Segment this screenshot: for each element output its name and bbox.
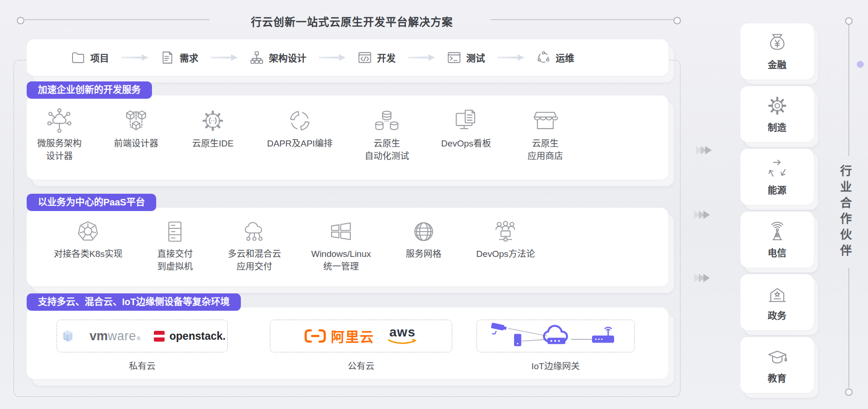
item-label: 服务网格: [406, 248, 441, 261]
server-icon: [59, 327, 77, 345]
partner-label: 教育: [768, 371, 787, 385]
item-label: 直接交付到虚拟机: [157, 248, 193, 273]
item-multicloud-delivery: 多云和混合云应用交付: [228, 219, 281, 273]
radio-tower-icon: [767, 220, 788, 242]
iot-router-icon: [592, 327, 614, 343]
flow-arrow: [497, 54, 524, 61]
workflow-card: 项目 需求 架构设计 开发 测试 运维: [27, 39, 668, 76]
item-cloud-native-ide: 云原生IDE: [190, 108, 235, 150]
workflow-step-develop: 开发: [358, 51, 396, 65]
workflow-step-test: 测试: [447, 51, 485, 65]
item-app-store: 云原生应用商店: [523, 108, 568, 162]
item-win-linux: Windows/Linux统一管理: [311, 219, 371, 273]
storefront-icon: [533, 108, 558, 133]
monitor-doc-icon: [454, 108, 479, 133]
item-label: 云原生IDE: [192, 138, 234, 150]
section-dev-services: 加速企业创新的开发服务 微服务架构设计器 前端设计器 云原生IDE DAPR及A…: [27, 95, 668, 180]
item-service-mesh: 服务网格: [401, 219, 446, 261]
document-icon: [160, 51, 174, 65]
flow-chevrons: [698, 146, 712, 154]
item-devops-methodology: DevOps方法论: [476, 219, 535, 261]
partner-card-finance: 金融: [740, 23, 814, 80]
workflow-step-requirement: 需求: [160, 51, 198, 65]
partner-axis-bottom-circle: [845, 388, 853, 396]
item-label: DevOps看板: [441, 138, 491, 150]
item-devops-board: DevOps看板: [441, 108, 491, 150]
cubes-icon: [123, 108, 149, 133]
database-cluster-icon: [374, 108, 399, 133]
item-label: 多云和混合云应用交付: [228, 248, 281, 273]
decorative-purple-dot: [857, 61, 864, 68]
iot-cloud-icon: [544, 326, 567, 344]
ops-loop-icon: [536, 51, 550, 65]
iot-camera-icon: [491, 322, 507, 334]
sitemap-icon: [250, 51, 264, 65]
header-right-circle: [673, 17, 681, 24]
workflow-step-architecture: 架构设计: [250, 51, 306, 65]
item-label: DAPR及API编排: [267, 138, 333, 150]
terminal-icon: [447, 51, 461, 65]
public-cloud-caption: 公有云: [270, 359, 452, 372]
solution-diagram: 行云创新一站式云原生开发平台解决方案 项目 需求 架构设计 开发 测试: [0, 0, 868, 409]
folder-icon: [71, 51, 85, 65]
openstack-mark-icon: [153, 330, 165, 342]
iot-phone-icon: [514, 334, 521, 346]
partner-label: 电信: [768, 246, 787, 259]
aws-swoosh-icon: [388, 339, 418, 345]
partner-label: 制造: [768, 120, 787, 134]
item-k8s: 对接各类K8s实现: [54, 219, 123, 261]
server-rack-icon: [163, 219, 187, 244]
gear-code-icon: [200, 108, 225, 133]
openstack-logo: openstack.: [153, 330, 225, 343]
private-cloud-box: vmware® openstack.: [57, 320, 228, 352]
public-cloud-box: 阿里云 aws: [270, 320, 452, 352]
gear-icon: [767, 95, 788, 117]
windows-icon: [329, 219, 353, 244]
item-vm-delivery: 直接交付到虚拟机: [152, 219, 197, 273]
item-label: DevOps方法论: [476, 248, 535, 261]
page-title: 行云创新一站式云原生开发平台解决方案: [196, 13, 507, 29]
iot-gateway-caption: IoT边缘网关: [477, 359, 635, 372]
workflow-step-project: 项目: [71, 51, 109, 65]
iot-gateway-box: [477, 320, 635, 352]
team-board-icon: [493, 219, 518, 244]
partner-label: 能源: [768, 183, 787, 197]
item-microservice-designer: 微服务架构设计器: [37, 108, 82, 162]
flow-chevrons: [696, 211, 710, 219]
section-pill: 以业务为中心的PaaS平台: [27, 194, 156, 211]
aws-logo: aws: [388, 326, 418, 345]
workflow-step-label: 运维: [556, 51, 574, 65]
partner-card-education: 教育: [740, 337, 814, 393]
header-left-line: [23, 19, 210, 20]
partner-label: 金融: [768, 58, 787, 71]
workflow-step-label: 架构设计: [269, 51, 306, 65]
item-frontend-designer: 前端设计器: [114, 108, 159, 150]
graduation-cap-icon: [767, 346, 788, 367]
section-items: 微服务架构设计器 前端设计器 云原生IDE DAPR及API编排 云原生自动化测…: [27, 95, 668, 162]
flow-chevrons: [696, 274, 710, 282]
workflow-step-label: 需求: [180, 51, 198, 65]
item-label: 云原生自动化测试: [365, 138, 409, 162]
section-pill: 加速企业创新的开发服务: [27, 81, 152, 99]
item-dapr-api: DAPR及API编排: [267, 108, 333, 150]
money-bag-icon: [767, 32, 788, 54]
microservice-hub-icon: [47, 108, 72, 133]
cloud-nodes-icon: [242, 219, 267, 244]
item-label: 微服务架构设计器: [37, 138, 81, 162]
government-icon: [767, 283, 788, 305]
workflow-step-label: 项目: [90, 51, 109, 65]
partner-label: 政务: [768, 308, 787, 322]
item-label: Windows/Linux统一管理: [311, 248, 371, 273]
iot-devices-icon: [485, 322, 626, 350]
item-label: 云原生应用商店: [528, 138, 563, 162]
header-right-line: [491, 19, 674, 20]
partner-card-manufacturing: 制造: [740, 86, 814, 142]
partner-axis-line: [848, 268, 849, 387]
aliyun-bracket-icon: [304, 329, 326, 343]
workflow-step-label: 开发: [377, 51, 396, 65]
item-label: 前端设计器: [114, 138, 158, 150]
globe-mesh-icon: [412, 219, 436, 244]
section-pill: 支持多云、混合云、IoT边缘侧设备等复杂环境: [27, 293, 241, 311]
private-cloud-caption: 私有云: [57, 359, 228, 372]
partner-axis-line: [848, 25, 849, 156]
